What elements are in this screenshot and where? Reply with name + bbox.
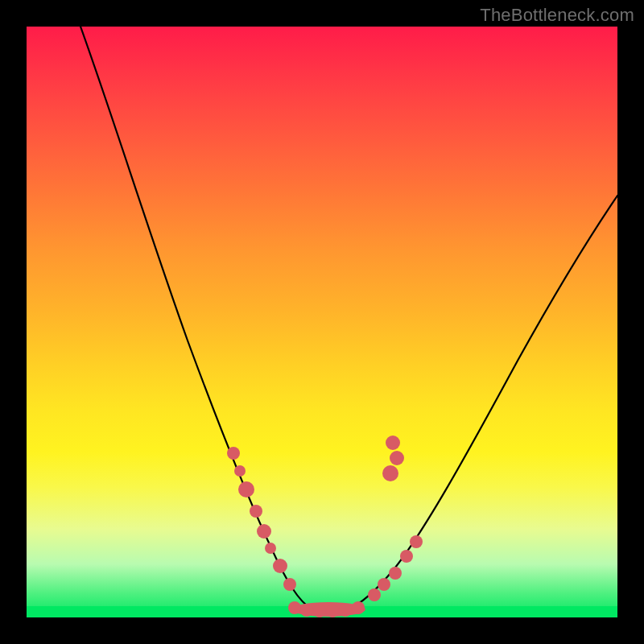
svg-point-22 <box>386 436 400 450</box>
watermark-text: TheBottleneck.com <box>480 5 634 26</box>
bottleneck-curve <box>80 27 617 609</box>
right-branch-upper-markers <box>382 436 404 481</box>
svg-point-18 <box>400 550 413 563</box>
svg-point-9 <box>238 481 254 497</box>
svg-point-13 <box>273 559 287 573</box>
chart-frame: TheBottleneck.com <box>0 0 644 644</box>
svg-point-20 <box>382 465 398 481</box>
svg-point-8 <box>234 465 246 477</box>
svg-point-1 <box>288 601 301 614</box>
svg-point-15 <box>368 588 381 601</box>
svg-point-16 <box>378 578 390 591</box>
svg-point-19 <box>410 535 423 548</box>
right-branch-lower-markers <box>368 535 423 601</box>
svg-point-5 <box>339 604 352 617</box>
svg-point-12 <box>265 543 276 554</box>
svg-point-11 <box>257 524 271 539</box>
svg-point-3 <box>313 605 326 617</box>
chart-svg <box>27 27 617 617</box>
svg-point-2 <box>300 604 313 617</box>
svg-point-6 <box>352 601 365 614</box>
svg-point-4 <box>326 605 339 617</box>
valley-floor-marker-cluster <box>288 601 365 617</box>
svg-point-7 <box>227 447 240 460</box>
left-branch-markers <box>227 447 296 591</box>
svg-point-17 <box>389 567 402 580</box>
plot-area <box>27 27 617 617</box>
svg-point-21 <box>390 451 404 465</box>
svg-point-14 <box>283 578 296 591</box>
svg-point-10 <box>250 505 262 518</box>
